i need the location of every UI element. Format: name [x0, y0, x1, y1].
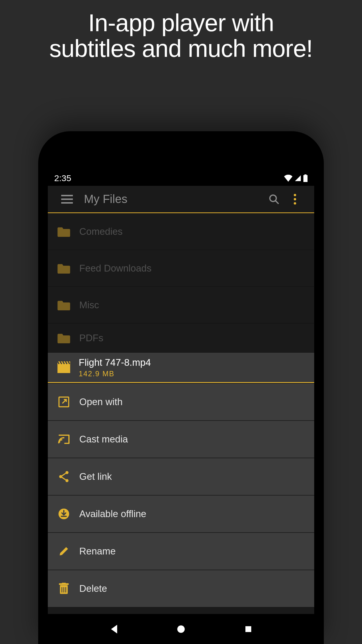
- navigation-bar: [48, 614, 314, 644]
- folder-icon: [56, 297, 72, 313]
- phone-frame: 2:35 My Files: [38, 131, 324, 644]
- svg-line-6: [275, 200, 279, 204]
- folder-icon: [56, 260, 72, 276]
- folder-label: Comedies: [79, 226, 123, 237]
- nav-recents-button[interactable]: [237, 617, 260, 641]
- file-size: 142.9 MB: [79, 370, 151, 378]
- svg-rect-10: [57, 364, 70, 373]
- promo-line-2: subtitles and much more!: [0, 36, 362, 62]
- svg-rect-2: [61, 195, 73, 196]
- svg-point-5: [270, 195, 276, 201]
- app-toolbar: My Files: [48, 186, 314, 213]
- svg-rect-3: [61, 198, 73, 200]
- nav-back-button[interactable]: [102, 617, 125, 641]
- folder-label: PDFs: [79, 332, 103, 344]
- page-title: My Files: [84, 192, 127, 206]
- menu-icon[interactable]: [58, 195, 76, 204]
- context-item-label: Delete: [79, 583, 107, 594]
- nav-home-button[interactable]: [169, 617, 193, 641]
- folder-row[interactable]: PDFs: [48, 323, 314, 353]
- svg-line-16: [62, 473, 66, 476]
- context-item-cast[interactable]: Cast media: [48, 421, 314, 458]
- context-item-delete[interactable]: Delete: [48, 570, 314, 607]
- overflow-icon[interactable]: [284, 194, 305, 205]
- folder-label: Misc: [79, 300, 99, 311]
- context-item-open-with[interactable]: Open with: [48, 384, 314, 420]
- svg-point-7: [294, 194, 296, 196]
- promo-headline: In-app player with subtitles and much mo…: [0, 0, 362, 62]
- cast-icon: [56, 431, 72, 447]
- file-name: Flight 747-8.mp4: [79, 357, 151, 368]
- context-item-get-link[interactable]: Get link: [48, 458, 314, 495]
- context-item-label: Cast media: [79, 434, 128, 445]
- svg-point-8: [294, 198, 296, 200]
- context-item-offline[interactable]: Available offline: [48, 496, 314, 532]
- svg-rect-1: [304, 174, 306, 176]
- search-icon[interactable]: [263, 194, 284, 205]
- svg-point-25: [177, 625, 185, 633]
- folder-label: Feed Downloads: [79, 263, 152, 274]
- open-with-icon: [56, 394, 72, 410]
- folder-row[interactable]: Misc: [48, 287, 314, 323]
- video-file-icon: [56, 359, 72, 375]
- selected-file-row[interactable]: Flight 747-8.mp4 142.9 MB: [48, 353, 314, 383]
- battery-icon: [303, 174, 308, 182]
- svg-rect-0: [303, 175, 307, 182]
- folder-icon: [56, 224, 72, 239]
- context-item-label: Open with: [79, 396, 123, 407]
- context-item-label: Available offline: [79, 508, 146, 519]
- share-icon: [56, 469, 72, 484]
- folder-row[interactable]: Feed Downloads: [48, 250, 314, 287]
- delete-icon: [56, 581, 72, 596]
- svg-line-17: [62, 477, 66, 480]
- context-item-label: Get link: [79, 471, 112, 482]
- offline-icon: [56, 506, 72, 522]
- svg-rect-21: [62, 583, 66, 584]
- cell-signal-icon: [294, 175, 301, 182]
- status-bar: 2:35: [48, 171, 314, 186]
- svg-rect-4: [61, 202, 73, 204]
- folder-row[interactable]: Comedies: [48, 213, 314, 250]
- svg-point-9: [294, 202, 296, 204]
- wifi-icon: [284, 175, 293, 182]
- file-list: Comedies Feed Downloads Misc PDFs: [48, 213, 314, 607]
- screen: 2:35 My Files: [48, 171, 314, 644]
- context-item-rename[interactable]: Rename: [48, 533, 314, 570]
- svg-rect-26: [245, 626, 251, 632]
- rename-icon: [56, 543, 72, 559]
- promo-line-1: In-app player with: [0, 10, 362, 36]
- clock-text: 2:35: [54, 173, 71, 183]
- folder-icon: [56, 330, 72, 346]
- context-item-label: Rename: [79, 546, 116, 557]
